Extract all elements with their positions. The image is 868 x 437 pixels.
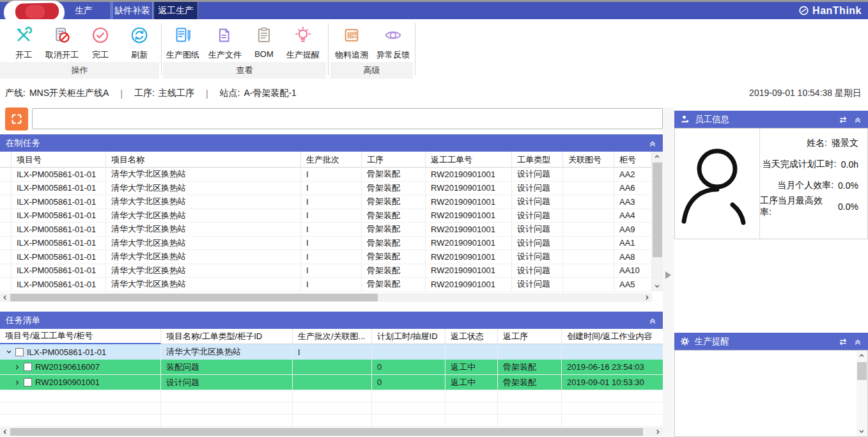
scroll-right-arrow[interactable] xyxy=(653,427,662,436)
row-checkbox[interactable] xyxy=(24,378,32,386)
chevron-right-icon[interactable] xyxy=(13,379,20,386)
horizontal-scrollbar[interactable] xyxy=(0,293,652,302)
cell-order: RW20190901001 xyxy=(426,168,512,181)
table-row[interactable]: ILX-PM005861-01-01 清华大学北区换热站 I 骨架装配 RW20… xyxy=(0,195,652,209)
production-reminder-label: 生产提醒 xyxy=(286,49,320,61)
row-checkbox[interactable] xyxy=(24,363,32,371)
scroll-right-arrow[interactable] xyxy=(642,293,651,302)
ribbon-separator xyxy=(161,23,162,75)
collapse-chevron-icon[interactable] xyxy=(648,316,657,325)
scroll-down-arrow[interactable] xyxy=(653,282,662,290)
wip-table-body: ILX-PM005861-01-01 清华大学北区换热站 I 骨架装配 RW20… xyxy=(0,168,652,292)
context-info-bar: 产线: MNS开关柜生产线A | 工序: 主线工序 | 站点: A-骨架装配-1… xyxy=(0,83,868,104)
collapse-chevron-icon[interactable] xyxy=(648,139,657,148)
task-child-row[interactable]: RW20190616007 装配问题 0 返工中 骨架装配 2019-06-16… xyxy=(0,360,663,375)
scroll-up-arrow[interactable] xyxy=(653,152,662,161)
header-project: 项目号 xyxy=(12,152,106,168)
cell-process: 骨架装配 xyxy=(362,250,426,264)
cell-process: 骨架装配 xyxy=(362,278,426,291)
wip-panel-title: 在制任务 xyxy=(6,138,40,149)
scrollbar-thumb[interactable] xyxy=(10,294,378,301)
header-created-content: 创建时间/返工作业内容 xyxy=(562,329,665,344)
chevron-down-icon[interactable] xyxy=(5,349,12,355)
cell-type: 设计问题 xyxy=(512,209,563,223)
cell-type: 设计问题 xyxy=(512,182,563,195)
horizontal-scrollbar[interactable] xyxy=(0,427,663,436)
cell-order-type: 装配问题 xyxy=(161,360,293,374)
process-max-efficiency-field: 工序当月最高效率: 0.0% xyxy=(760,196,867,217)
ribbon-separator xyxy=(415,23,415,75)
cell-drawing xyxy=(563,209,614,223)
ribbon-toolbar: 开工 取消开工 完工 xyxy=(0,19,868,81)
vertical-scrollbar[interactable] xyxy=(856,351,867,436)
cell-project: ILX-PM005861-01-01 xyxy=(12,250,106,264)
cell-plan-hours: 0 xyxy=(372,360,446,374)
scrollbar-thumb[interactable] xyxy=(10,428,643,436)
scroll-up-arrow[interactable] xyxy=(857,351,866,360)
app-window: 生产 缺件补装 返工生产 HanThink xyxy=(0,0,868,437)
task-parent-row[interactable]: ILX-PM005861-01-01 清华大学北区换热站 I xyxy=(0,344,663,360)
cell-process: 骨架装配 xyxy=(362,264,426,278)
refresh-label: 刷新 xyxy=(131,49,148,61)
scroll-left-arrow[interactable] xyxy=(1,293,10,302)
cell-batch: I xyxy=(301,168,362,181)
scrollbar-thumb[interactable] xyxy=(653,163,662,257)
production-file-icon xyxy=(215,26,235,45)
cell-cabinet: AA9 xyxy=(614,223,652,236)
scrollbar-thumb[interactable] xyxy=(857,362,867,380)
table-row[interactable]: ILX-PM005861-01-01 清华大学北区换热站 I 骨架装配 RW20… xyxy=(0,250,652,264)
cancel-start-icon xyxy=(52,26,72,45)
chevron-right-icon[interactable] xyxy=(13,364,20,370)
cell-order: RW20190901001 xyxy=(426,278,512,291)
line-label: 产线: xyxy=(5,88,26,99)
table-row[interactable]: ILX-PM005861-01-01 清华大学北区换热站 I 骨架装配 RW20… xyxy=(0,237,652,251)
table-row[interactable]: ILX-PM005861-01-01 清华大学北区换热站 I 骨架装配 RW20… xyxy=(0,182,652,196)
expand-splitter-arrow[interactable] xyxy=(665,271,671,279)
cell-name: 清华大学北区换热站 xyxy=(106,223,301,236)
cell-drawing xyxy=(563,250,614,264)
field-label: 姓名: xyxy=(807,138,827,149)
table-row[interactable]: ILX-PM005861-01-01 清华大学北区换热站 I 骨架装配 RW20… xyxy=(0,168,652,182)
barcode-scan-input[interactable] xyxy=(32,108,663,129)
cell-name: 清华大学北区换热站 xyxy=(106,237,301,250)
employee-month-efficiency-field: 当月个人效率: 0.0% xyxy=(760,175,867,196)
cell-batch: I xyxy=(301,264,362,278)
title-bar: 生产 缺件补装 返工生产 HanThink xyxy=(0,2,868,19)
collapse-chevron-icon[interactable] xyxy=(853,115,862,124)
collapse-chevron-icon[interactable] xyxy=(853,337,862,346)
table-row[interactable]: ILX-PM005861-01-01 清华大学北区换热站 I 骨架装配 RW20… xyxy=(0,278,652,292)
row-checkbox[interactable] xyxy=(15,348,24,356)
cell-cabinet: AA10 xyxy=(614,264,652,278)
task-table-header: 项目号/返工工单号/柜号 项目名称/工单类型/柜子ID 生产批次/关联图... … xyxy=(0,329,663,344)
table-row[interactable]: ILX-PM005861-01-01 清华大学北区换热站 I 骨架装配 RW20… xyxy=(0,209,652,223)
cell-process: 骨架装配 xyxy=(362,209,426,223)
field-value: 0.0% xyxy=(838,202,858,212)
production-drawing-icon xyxy=(173,26,192,45)
exception-feedback-icon xyxy=(384,26,403,45)
cancel-start-label: 取消开工 xyxy=(45,49,79,61)
vertical-scrollbar[interactable] xyxy=(652,152,663,291)
table-row[interactable]: ILX-PM005861-01-01 清华大学北区换热站 I 骨架装配 RW20… xyxy=(0,264,652,278)
cell-type: 设计问题 xyxy=(512,195,563,209)
task-child-row[interactable]: RW20190901001 设计问题 0 返工中 骨架装配 2019-09-01… xyxy=(0,375,663,390)
wip-panel-header: 在制任务 xyxy=(0,134,663,152)
scroll-left-arrow[interactable] xyxy=(1,427,10,436)
field-value: 0.0% xyxy=(838,180,858,191)
table-row[interactable]: ILX-PM005861-01-01 清华大学北区换热站 I 骨架装配 RW20… xyxy=(0,223,652,237)
header-blank xyxy=(0,152,12,168)
swap-arrows-icon[interactable] xyxy=(838,115,848,124)
cell-name: 清华大学北区换热站 xyxy=(106,182,301,195)
user-icon xyxy=(680,115,690,124)
scroll-down-arrow[interactable] xyxy=(857,427,866,436)
swap-arrows-icon[interactable] xyxy=(838,337,848,346)
header-batch: 生产批次 xyxy=(301,152,362,168)
cell-project: ILX-PM005861-01-01 xyxy=(12,264,106,278)
cell-type: 设计问题 xyxy=(512,168,563,181)
tab-rework-production[interactable]: 返工生产 xyxy=(153,2,198,19)
cell-name: 清华大学北区换热站 xyxy=(106,278,301,291)
cell-type: 设计问题 xyxy=(512,223,563,236)
tab-missing-parts[interactable]: 缺件补装 xyxy=(112,2,153,19)
reminder-panel-header: 生产提醒 xyxy=(674,333,868,350)
header-rework-order: 返工工单号 xyxy=(426,152,512,168)
scan-button[interactable] xyxy=(5,107,28,131)
